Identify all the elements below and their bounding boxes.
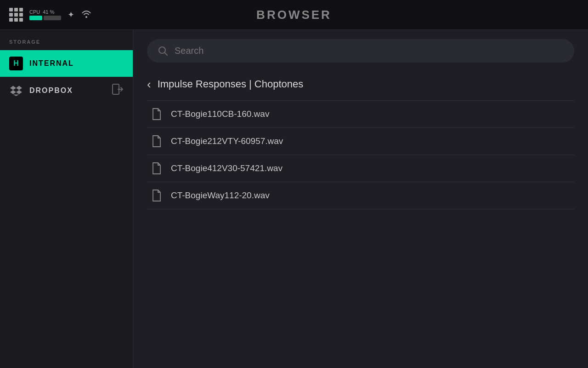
file-name: CT-Bogie212VTY-60957.wav [171,136,283,146]
internal-icon: H [9,57,23,70]
file-name: CT-Bogie110CB-160.wav [171,109,269,119]
search-bar[interactable] [147,39,574,63]
cpu-bar-inactive [44,16,61,20]
search-icon [158,46,168,56]
cpu-bar-active [29,16,42,20]
file-name: CT-BogieWay112-20.wav [171,190,270,201]
svg-line-2 [165,52,168,55]
file-name: CT-Bogie412V30-57421.wav [171,163,283,173]
grid-icon[interactable] [9,8,23,22]
cpu-label: CPU 41 % [29,9,61,15]
main-layout: STORAGE H INTERNAL DROPBOX [0,30,588,368]
file-icon [152,162,162,174]
cpu-section: CPU 41 % [29,9,61,20]
list-item[interactable]: CT-BogieWay112-20.wav [147,182,574,209]
bluetooth-icon: ✦ [68,10,74,20]
dropbox-icon [9,84,23,98]
dropbox-login-icon[interactable] [112,83,124,98]
sidebar-item-label-dropbox: DROPBOX [29,86,73,95]
top-bar: CPU 41 % ✦ BROWSER [0,0,588,30]
system-stats: CPU 41 % ✦ [9,8,92,22]
list-item[interactable]: CT-Bogie110CB-160.wav [147,101,574,128]
list-item[interactable]: CT-Bogie212VTY-60957.wav [147,128,574,155]
sidebar: STORAGE H INTERNAL DROPBOX [0,30,133,368]
file-icon [152,108,162,120]
list-item[interactable]: CT-Bogie412V30-57421.wav [147,155,574,182]
sidebar-item-dropbox[interactable]: DROPBOX [0,77,133,104]
wifi-icon [81,10,92,20]
file-list: CT-Bogie110CB-160.wav CT-Bogie212VTY-609… [147,101,574,209]
content-area: ‹ Impulse Responses | Choptones CT-Bogie… [133,30,588,368]
breadcrumb: ‹ Impulse Responses | Choptones [147,75,574,93]
sidebar-item-label-internal: INTERNAL [29,59,74,68]
page-title: BROWSER [256,8,332,22]
file-icon [152,190,162,201]
search-input[interactable] [175,46,563,56]
cpu-bars [29,16,61,20]
breadcrumb-title: Impulse Responses | Choptones [158,78,304,90]
back-button[interactable]: ‹ [147,78,151,90]
file-icon [152,135,162,147]
sidebar-item-internal[interactable]: H INTERNAL [0,50,133,77]
storage-section-label: STORAGE [0,39,133,50]
